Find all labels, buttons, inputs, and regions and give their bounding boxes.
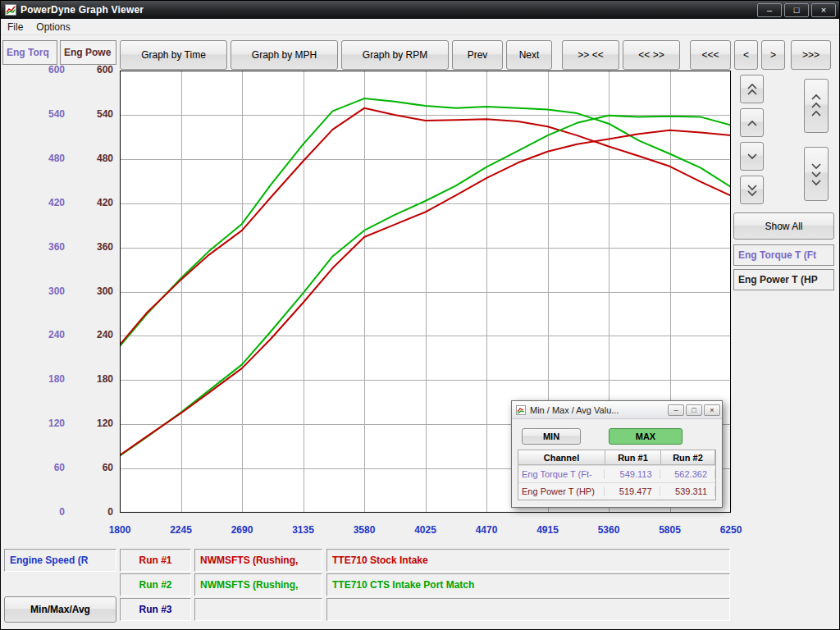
x-tick-label: 2245 (155, 524, 208, 536)
x-tick-label: 1800 (94, 524, 146, 536)
menu-file[interactable]: File (1, 20, 30, 34)
torque-scale-up-button[interactable] (740, 108, 764, 137)
run1-desc-field: TTE710 Stock Intake (326, 549, 730, 572)
window-title: PowerDyne Graph Viewer (21, 4, 757, 16)
minimize-button[interactable]: – (757, 3, 782, 17)
channel-tab-eng-power[interactable]: Eng Powe (60, 40, 116, 65)
minmax-channel-cell: Eng Power T (HP) (518, 486, 605, 496)
run2-label[interactable]: Run #2 (120, 573, 191, 596)
y-tick-label: 480 (80, 153, 113, 164)
x-tick-label: 4470 (460, 524, 513, 536)
minmax-run2-value: 539.311 (660, 486, 715, 496)
y-tick-label: 360 (80, 241, 113, 253)
minmax-channel-cell: Eng Torque T (Ft- (518, 469, 605, 479)
min-button[interactable]: MIN (522, 428, 581, 445)
menu-bar: File Options (1, 19, 839, 35)
window-controls: – □ × (757, 3, 836, 17)
run3-file-field (194, 598, 322, 621)
title-bar: PowerDyne Graph Viewer – □ × (1, 1, 839, 19)
x-tick-label: 6250 (705, 524, 757, 536)
x-channel-field[interactable]: Engine Speed (R (4, 549, 116, 572)
maximize-button[interactable]: □ (784, 3, 809, 17)
x-tick-label: 4915 (522, 524, 574, 536)
pan-right-button[interactable]: > (761, 40, 785, 70)
minmax-minimize-button[interactable]: – (668, 404, 684, 416)
minmax-window-title: Min / Max / Avg Valu... (530, 405, 668, 415)
pan-left-fast-button[interactable]: <<< (690, 40, 731, 70)
graph-by-rpm-button[interactable]: Graph by RPM (341, 40, 449, 70)
app-window: PowerDyne Graph Viewer – □ × File Option… (0, 0, 840, 630)
channel-tab-eng-torque[interactable]: Eng Torq (2, 40, 57, 65)
x-tick-label: 3580 (338, 524, 390, 536)
y-tick-label: 120 (32, 418, 65, 429)
menu-options[interactable]: Options (30, 20, 76, 34)
y-tick-label: 0 (80, 506, 113, 518)
run3-desc-field (326, 598, 730, 621)
zoom-in-button[interactable]: >> << (562, 40, 619, 70)
y-tick-label: 540 (80, 108, 113, 120)
column-header-channel[interactable]: Channel (518, 450, 605, 465)
power-scale-up-button[interactable] (804, 79, 829, 133)
torque-scale-down-fast-button[interactable] (740, 176, 764, 204)
minmax-restore-button[interactable]: □ (686, 404, 702, 416)
y-tick-label: 300 (80, 285, 113, 297)
minmax-window: Min / Max / Avg Valu... – □ × MIN MAX Ch… (511, 400, 723, 508)
power-scale-down-button[interactable] (804, 147, 829, 201)
minmax-window-icon (516, 405, 526, 415)
y-tick-label: 540 (32, 108, 65, 120)
x-tick-label: 5360 (582, 524, 635, 536)
minmax-row: Eng Torque T (Ft-549.113562.362 (518, 465, 715, 482)
torque-scale-down-button[interactable] (740, 142, 764, 171)
x-tick-label: 4025 (399, 524, 452, 536)
y-tick-label: 60 (32, 462, 65, 473)
run1-label[interactable]: Run #1 (120, 549, 191, 572)
zoom-out-button[interactable]: << >> (623, 40, 680, 70)
y-tick-label: 420 (32, 197, 65, 208)
y-tick-label: 600 (80, 64, 113, 75)
legend-eng-torque[interactable]: Eng Torque T (Ft (733, 244, 834, 266)
max-button[interactable]: MAX (609, 428, 682, 445)
x-tick-label: 5805 (644, 524, 696, 536)
minmax-table-body: Eng Torque T (Ft-549.113562.362Eng Power… (518, 465, 715, 500)
minmax-close-button[interactable]: × (704, 404, 720, 416)
app-icon (5, 4, 16, 16)
show-all-button[interactable]: Show All (733, 212, 834, 240)
minmax-run1-value: 549.113 (605, 469, 660, 479)
prev-button[interactable]: Prev (452, 40, 503, 70)
run2-file-field: NWMSFTS (Rushing, (194, 573, 322, 596)
column-header-run2[interactable]: Run #2 (661, 450, 715, 465)
minmax-run1-value: 519.477 (605, 486, 660, 496)
x-tick-label: 3135 (277, 524, 330, 536)
y-tick-label: 420 (80, 197, 113, 208)
column-header-run1[interactable]: Run #1 (605, 450, 661, 465)
run3-label[interactable]: Run #3 (120, 598, 191, 621)
y-tick-label: 0 (32, 506, 65, 518)
y-tick-label: 300 (32, 285, 65, 297)
y-tick-label: 120 (80, 418, 113, 429)
y-tick-label: 360 (32, 241, 65, 253)
next-button[interactable]: Next (506, 40, 552, 70)
y-tick-label: 60 (80, 462, 113, 473)
torque-scale-up-fast-button[interactable] (740, 75, 764, 103)
run1-file-field: NWMSFTS (Rushing, (194, 549, 322, 572)
y-tick-label: 180 (80, 373, 113, 385)
y-tick-label: 480 (32, 153, 65, 164)
y-tick-label: 240 (32, 329, 65, 340)
legend-eng-power[interactable]: Eng Power T (HP (733, 269, 834, 290)
minmax-row: Eng Power T (HP)519.477539.311 (518, 482, 715, 500)
y-tick-label: 240 (80, 329, 113, 340)
minmax-titlebar[interactable]: Min / Max / Avg Valu... – □ × (512, 401, 722, 419)
x-tick-label: 2690 (216, 524, 268, 536)
minmax-table: Channel Run #1 Run #2 Eng Torque T (Ft-5… (518, 450, 716, 500)
run2-desc-field: TTE710 CTS Intake Port Match (326, 573, 730, 596)
y-tick-label: 180 (32, 373, 65, 385)
toolbar: Graph by TimeGraph by MPHGraph by RPMPre… (120, 40, 834, 70)
close-button[interactable]: × (811, 3, 836, 17)
minmax-avg-button[interactable]: Min/Max/Avg (4, 596, 116, 623)
graph-by-time-button[interactable]: Graph by Time (120, 40, 227, 70)
minmax-table-header: Channel Run #1 Run #2 (518, 450, 715, 465)
pan-right-fast-button[interactable]: >>> (791, 40, 831, 70)
graph-by-mph-button[interactable]: Graph by MPH (231, 40, 338, 70)
minmax-run2-value: 562.362 (660, 469, 715, 479)
pan-left-button[interactable]: < (734, 40, 758, 70)
